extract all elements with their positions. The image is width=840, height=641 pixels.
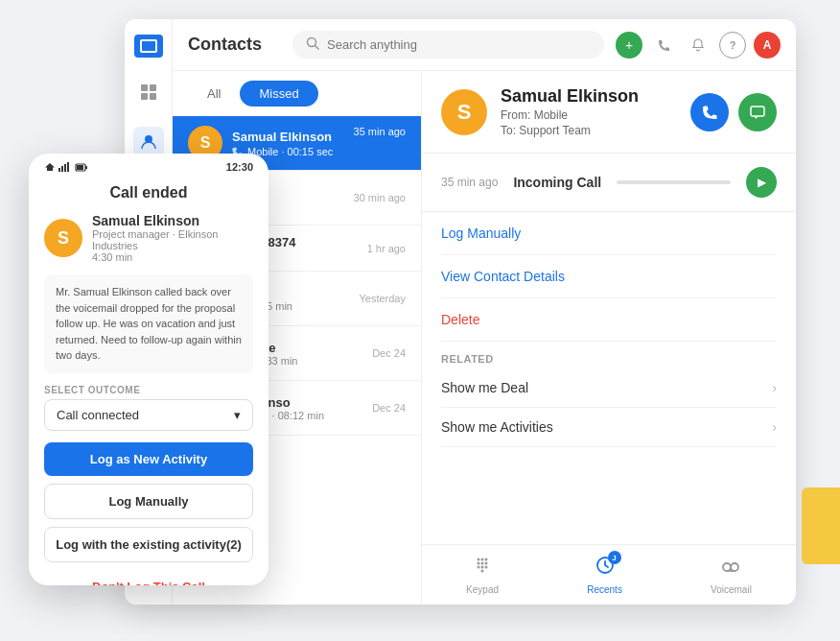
nav-label-voicemail: Voicemail: [711, 584, 752, 595]
detail-actions: [690, 93, 777, 131]
page-title: Contacts: [188, 35, 262, 55]
svg-rect-1: [150, 84, 156, 91]
contact-time-samual: 35 min ago: [354, 126, 406, 137]
bottom-nav: Keypad J Recents Voicemail: [422, 544, 796, 605]
svg-point-21: [481, 570, 484, 573]
svg-rect-0: [141, 84, 148, 91]
mobile-contact-avatar: S: [44, 219, 82, 257]
call-info-row: 35 min ago Incoming Call ▶: [422, 154, 796, 212]
mobile-contact-row: S Samual Elkinson Project manager · Elki…: [29, 213, 268, 274]
detail-header: S Samual Elkinson From: Mobile To: Suppo…: [422, 71, 796, 154]
svg-rect-2: [141, 93, 148, 100]
svg-point-17: [485, 562, 488, 565]
mobile-contact-name: Samual Elkinson: [92, 213, 253, 228]
svg-point-24: [731, 563, 738, 571]
mobile-contact-info: Samual Elkinson Project manager · Elkins…: [92, 213, 253, 263]
tab-missed[interactable]: Missed: [240, 81, 317, 107]
detail-to: To: Support Team: [501, 124, 677, 137]
recents-badge: J: [608, 551, 621, 564]
nav-item-keypad[interactable]: Keypad: [466, 555, 499, 595]
tab-all[interactable]: All: [188, 81, 240, 107]
nav-item-voicemail[interactable]: Voicemail: [711, 555, 752, 595]
related-section: RELATED Show me Deal › Show me Activitie…: [422, 342, 796, 447]
call-type: Incoming Call: [513, 175, 601, 190]
top-bar: Contacts + ? A: [173, 19, 796, 71]
svg-point-18: [478, 566, 480, 569]
bell-button[interactable]: [685, 32, 712, 59]
contact-time-leo: 30 min ago: [354, 192, 406, 203]
svg-point-15: [478, 562, 480, 565]
call-bar: [617, 180, 731, 184]
svg-rect-32: [77, 165, 83, 170]
related-activities-label: Show me Activities: [441, 419, 553, 435]
dont-log-button[interactable]: Don't Log This Call: [44, 570, 253, 586]
svg-point-12: [478, 558, 480, 561]
tabs: All Missed: [173, 71, 421, 116]
help-button[interactable]: ?: [719, 32, 746, 59]
svg-rect-26: [58, 168, 60, 172]
nav-label-keypad: Keypad: [466, 584, 499, 595]
delete-link[interactable]: Delete: [441, 298, 777, 342]
mobile-status-bar: 12:30: [29, 154, 268, 177]
mobile-outcome-value: Call connected: [57, 408, 139, 422]
recents-icon: J: [595, 555, 616, 581]
log-manually-link[interactable]: Log Manually: [441, 212, 777, 255]
svg-rect-29: [67, 162, 69, 172]
chevron-icon-activities: ›: [772, 419, 777, 435]
svg-point-23: [723, 563, 731, 571]
chevron-icon-deal: ›: [772, 380, 777, 395]
search-bar[interactable]: [292, 31, 604, 59]
nav-item-recents[interactable]: J Recents: [587, 555, 622, 595]
log-activity-button[interactable]: Log as New Activity: [44, 442, 253, 476]
svg-point-20: [485, 566, 488, 569]
svg-point-16: [481, 562, 484, 565]
mobile-status-icons: [44, 161, 88, 173]
svg-rect-31: [85, 166, 87, 169]
call-time-ago: 35 min ago: [441, 176, 498, 189]
detail-panel: S Samual Elkinson From: Mobile To: Suppo…: [422, 71, 796, 605]
svg-rect-3: [150, 93, 156, 100]
log-existing-button[interactable]: Log with the existing activity(2): [44, 527, 253, 562]
search-input[interactable]: [327, 37, 591, 52]
detail-from: From: Mobile: [501, 108, 677, 122]
yellow-accent: [802, 487, 840, 564]
related-title: RELATED: [441, 353, 777, 365]
call-button[interactable]: [650, 32, 677, 59]
svg-point-14: [485, 558, 488, 561]
app-logo: [134, 35, 163, 58]
nav-label-recents: Recents: [587, 584, 622, 595]
detail-avatar: S: [441, 89, 487, 135]
log-manually-button[interactable]: Log Manually: [44, 484, 253, 519]
detail-name: Samual Elkinson: [501, 86, 677, 107]
svg-point-13: [481, 558, 484, 561]
top-bar-actions: + ? A: [616, 32, 781, 59]
related-item-activities[interactable]: Show me Activities ›: [441, 408, 777, 447]
contact-time-number: 1 hr ago: [367, 243, 406, 254]
user-avatar: A: [754, 32, 781, 59]
mobile-contact-duration: 4:30 min: [92, 251, 253, 263]
keypad-icon: [472, 555, 493, 581]
mobile-select-outcome-label: SELECT OUTCOME: [29, 373, 268, 399]
related-item-deal[interactable]: Show me Deal ›: [441, 368, 777, 408]
mobile-contact-role: Project manager · Elkinson Industries: [92, 228, 253, 251]
contact-sub-text-samual: Mobile · 00:15 sec: [247, 146, 333, 157]
contact-name-samual: Samual Elkinson: [232, 130, 344, 144]
logo-inner: [140, 39, 157, 53]
contact-time-morir: Yesterday: [359, 293, 406, 304]
svg-rect-28: [64, 164, 66, 172]
contact-time-pete: Dec 24: [372, 347, 406, 359]
svg-point-19: [481, 566, 484, 569]
search-icon: [306, 36, 319, 53]
play-button[interactable]: ▶: [746, 167, 777, 198]
svg-rect-27: [61, 166, 63, 172]
sidebar-item-grid[interactable]: [133, 77, 164, 107]
mobile-outcome-dropdown[interactable]: Call connected ▾: [44, 399, 253, 431]
message-action-button[interactable]: [738, 93, 777, 131]
svg-line-10: [315, 46, 319, 50]
call-action-button[interactable]: [690, 93, 729, 131]
view-contact-link[interactable]: View Contact Details: [441, 255, 777, 298]
voicemail-icon: [720, 555, 741, 581]
mobile-call-ended-title: Call ended: [29, 177, 268, 213]
add-button[interactable]: +: [616, 32, 642, 59]
dropdown-chevron-icon: ▾: [234, 408, 241, 422]
